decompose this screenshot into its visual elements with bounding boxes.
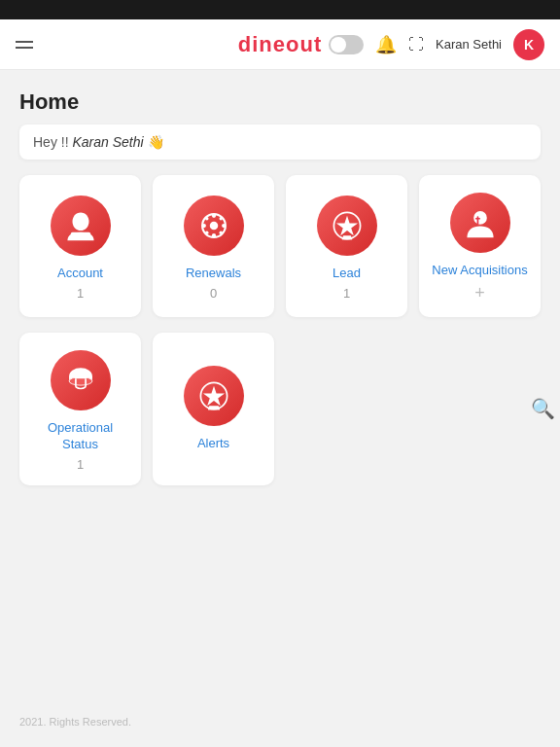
header-right: 🔔 ⛶ Karan Sethi K — [329, 29, 544, 60]
bell-icon[interactable]: 🔔 — [375, 34, 397, 55]
svg-point-4 — [211, 233, 215, 237]
alerts-icon-circle — [184, 366, 244, 426]
renewals-label: Renewals — [186, 266, 241, 282]
header: dineout 🔔 ⛶ Karan Sethi K — [0, 19, 560, 70]
card-renewals[interactable]: Renewals 0 — [153, 175, 274, 317]
svg-rect-15 — [476, 216, 478, 225]
renewals-icon — [197, 209, 230, 242]
acquisitions-icon-circle — [450, 193, 510, 253]
svg-rect-21 — [74, 374, 88, 378]
svg-point-10 — [205, 231, 208, 234]
footer: 2021. Rights Reserved. — [19, 716, 131, 728]
greeting-user: Karan Sethi — [72, 134, 143, 150]
operational-icon-circle — [51, 350, 111, 410]
svg-point-5 — [201, 224, 205, 228]
operational-icon — [64, 364, 97, 397]
status-bar — [0, 0, 560, 19]
svg-point-7 — [205, 217, 208, 220]
toggle-switch[interactable] — [329, 35, 364, 54]
svg-point-8 — [219, 231, 222, 234]
svg-point-3 — [211, 214, 215, 218]
lead-count: 1 — [343, 286, 350, 301]
cards-grid-row1: Account 1 Renewals 0 — [19, 175, 541, 317]
acquisitions-label: New Acquisitions — [432, 263, 527, 279]
acquisitions-icon — [464, 206, 497, 239]
renewals-count: 0 — [210, 286, 217, 301]
svg-point-6 — [222, 224, 226, 228]
search-fab[interactable]: 🔍 — [525, 391, 560, 426]
card-operational[interactable]: Operational Status 1 — [19, 333, 141, 485]
avatar[interactable]: K — [513, 29, 544, 60]
expand-icon[interactable]: ⛶ — [408, 36, 424, 53]
card-alerts[interactable]: Alerts — [153, 333, 274, 485]
alerts-label: Alerts — [197, 436, 229, 452]
svg-point-2 — [209, 222, 218, 231]
user-name: Karan Sethi — [436, 37, 502, 52]
app-logo: dineout — [238, 32, 322, 57]
page-content: Home Hey !! Karan Sethi 👋 Account 1 — [0, 70, 560, 485]
alerts-icon — [197, 379, 230, 412]
renewals-icon-circle — [184, 196, 244, 256]
greeting-bar: Hey !! Karan Sethi 👋 — [19, 124, 541, 160]
card-account[interactable]: Account 1 — [19, 175, 141, 317]
cards-grid-row2: Operational Status 1 Alerts — [19, 333, 541, 485]
menu-button[interactable] — [16, 41, 33, 49]
lead-label: Lead — [332, 266, 361, 282]
greeting-emoji: 👋 — [148, 134, 164, 150]
page-title: Home — [19, 89, 541, 115]
account-label: Account — [57, 266, 103, 282]
acquisitions-plus: + — [474, 283, 485, 303]
operational-label: Operational Status — [29, 420, 131, 453]
lead-icon — [331, 209, 364, 242]
card-lead[interactable]: Lead 1 — [286, 175, 407, 317]
card-acquisitions[interactable]: New Acquisitions + — [419, 175, 541, 317]
svg-marker-12 — [335, 216, 357, 235]
svg-point-14 — [473, 211, 487, 225]
account-icon-circle — [51, 196, 111, 256]
svg-point-9 — [219, 217, 222, 220]
greeting-prefix: Hey !! — [33, 134, 72, 150]
lead-icon-circle — [317, 196, 377, 256]
svg-marker-23 — [202, 386, 224, 406]
account-count: 1 — [77, 286, 84, 301]
footer-text: 2021. Rights Reserved. — [19, 716, 131, 728]
account-icon — [64, 209, 97, 242]
svg-rect-16 — [474, 218, 479, 220]
header-left — [16, 41, 33, 49]
operational-count: 1 — [77, 457, 84, 472]
